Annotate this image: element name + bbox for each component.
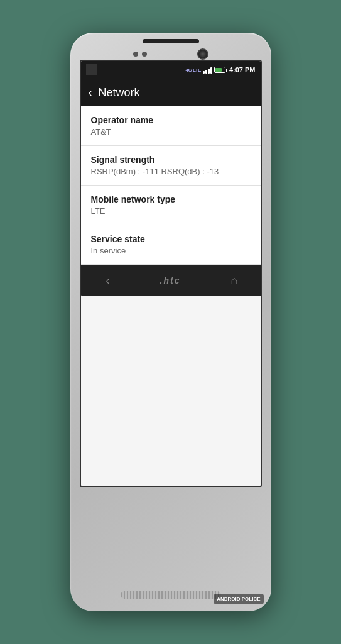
htc-logo: .htc: [160, 275, 181, 286]
battery-body: [214, 67, 225, 73]
sensor-dot-2: [142, 52, 147, 57]
status-left-block: [86, 64, 97, 75]
watermark: ANDROID POLICE: [214, 594, 263, 604]
bar-4: [210, 67, 212, 74]
hardware-nav-bar: ‹ .htc ⌂: [81, 265, 262, 296]
operator-name-label: Operator name: [91, 115, 251, 125]
sensor-dot-1: [133, 52, 138, 57]
ear-speaker: [143, 39, 199, 43]
mobile-network-type-item: Mobile network type LTE: [81, 186, 261, 225]
bar-3: [208, 69, 210, 74]
service-state-value: In service: [91, 246, 251, 255]
settings-content: Operator name AT&T Signal strength RSRP(…: [81, 106, 261, 265]
hardware-back-button[interactable]: ‹: [106, 274, 110, 287]
mobile-network-type-value: LTE: [91, 206, 251, 216]
service-state-item: Service state In service: [81, 225, 261, 265]
front-camera: [197, 48, 208, 60]
navigation-bar: ‹ Network: [81, 79, 261, 106]
status-icons: 4G LTE 4:07 PM: [186, 66, 256, 74]
signal-strength-item: Signal strength RSRP(dBm) : -111 RSRQ(dB…: [81, 146, 261, 186]
signal-strength-value: RSRP(dBm) : -111 RSRQ(dB) : -13: [91, 167, 251, 176]
phone-frame: 4G LTE 4:07 PM ‹ Network: [70, 33, 271, 611]
sensor-dots: [133, 52, 147, 57]
bar-2: [205, 70, 207, 74]
bar-1: [203, 71, 205, 74]
operator-name-value: AT&T: [91, 127, 251, 136]
signal-bars: [203, 66, 212, 74]
mobile-network-type-label: Mobile network type: [91, 194, 251, 204]
signal-strength-label: Signal strength: [91, 155, 251, 165]
service-state-label: Service state: [91, 234, 251, 244]
phone-top: [70, 33, 271, 60]
bottom-speaker: [121, 591, 221, 599]
back-button[interactable]: ‹: [89, 86, 92, 99]
status-time: 4:07 PM: [229, 66, 256, 74]
hardware-home-button[interactable]: ⌂: [231, 274, 238, 287]
sensor-row: [121, 48, 221, 60]
phone-screen: 4G LTE 4:07 PM ‹ Network: [80, 60, 262, 487]
status-bar: 4G LTE 4:07 PM: [81, 61, 261, 79]
page-title: Network: [99, 86, 140, 99]
phone-bottom: [70, 487, 271, 611]
battery-fill: [215, 68, 222, 72]
battery-tip: [226, 69, 227, 72]
operator-name-item: Operator name AT&T: [81, 106, 261, 146]
lte-indicator: 4G LTE: [186, 67, 201, 73]
battery-icon: [214, 67, 227, 73]
